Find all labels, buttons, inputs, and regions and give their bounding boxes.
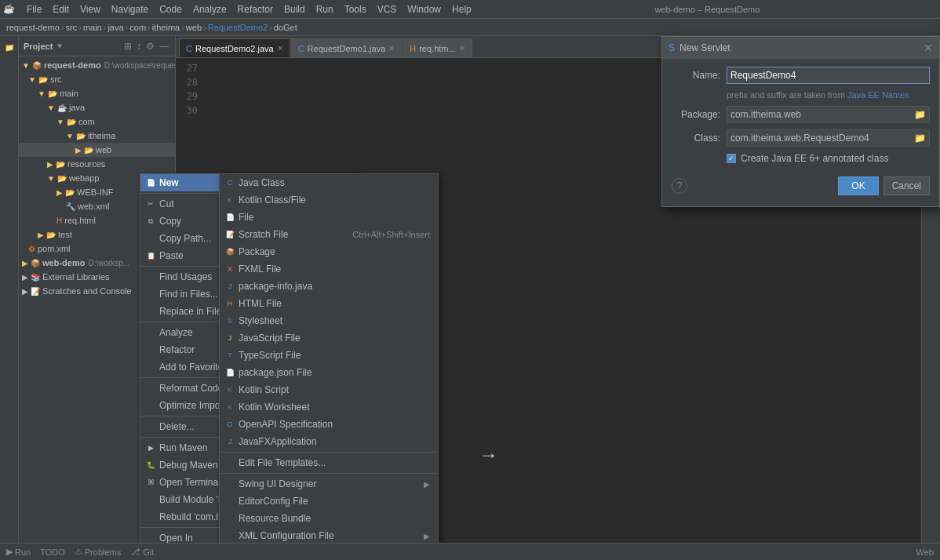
new-java-class[interactable]: C Java Class	[220, 174, 438, 191]
new-resourcebundle[interactable]: Resource Bundle	[220, 510, 438, 527]
tree-main[interactable]: ▼ 📂 main	[19, 86, 175, 100]
dialog-name-input[interactable]	[727, 67, 930, 84]
new-kotlin-worksheet[interactable]: K Kotlin Worksheet	[220, 398, 438, 416]
project-icon: 📦	[32, 61, 42, 70]
bc-2[interactable]: src	[66, 23, 78, 32]
bc-4[interactable]: java	[107, 23, 123, 32]
menu-run[interactable]: Run	[312, 2, 338, 16]
menu-refactor[interactable]: Refactor	[233, 2, 278, 16]
bc-7[interactable]: web	[186, 23, 202, 32]
bc-6[interactable]: itheima	[152, 23, 180, 32]
package-browse-icon[interactable]: 📁	[914, 109, 926, 120]
dialog-close-button[interactable]: ✕	[924, 42, 933, 54]
panel-action-2[interactable]: ↕	[135, 40, 143, 53]
new-packageinfo[interactable]: J package-info.java	[220, 278, 438, 295]
new-html[interactable]: H HTML File	[220, 295, 438, 312]
fxml-icon: X	[224, 264, 235, 275]
tree-web[interactable]: ▶ 📂 web	[19, 143, 175, 157]
dialog-package-value[interactable]: com.itheima.web 📁	[727, 106, 930, 123]
dialog-titlebar: S New Servlet ✕	[662, 37, 939, 59]
new-scratch-file[interactable]: 📝 Scratch File Ctrl+Alt+Shift+Insert	[220, 226, 438, 243]
status-git[interactable]: ⎇ Git	[130, 547, 154, 557]
new-sep-1	[220, 452, 438, 453]
status-todo[interactable]: TODO	[40, 547, 65, 557]
tab-close-2[interactable]: ✕	[388, 44, 395, 53]
ctx-paste-icon: 📋	[145, 250, 156, 261]
openapi-icon: O	[224, 419, 235, 430]
bc-8[interactable]: RequestDemo2	[208, 23, 268, 32]
panel-action-4[interactable]: —	[158, 40, 170, 53]
kotlin-class-icon: K	[224, 195, 235, 205]
new-stylesheet[interactable]: S Stylesheet	[220, 312, 438, 329]
menu-code[interactable]: Code	[155, 2, 187, 16]
panel-action-1[interactable]: ⊞	[122, 40, 133, 53]
status-problems[interactable]: ⚠ Problems	[75, 547, 121, 557]
new-kotlin-class[interactable]: K Kotlin Class/File	[220, 191, 438, 209]
menu-tools[interactable]: Tools	[340, 2, 371, 16]
dialog-hint: prefix and suffix are taken from Java EE…	[727, 90, 930, 100]
new-ts[interactable]: T TypeScript File	[220, 347, 438, 364]
dialog-ok-button[interactable]: OK	[838, 176, 878, 195]
menu-view[interactable]: View	[75, 2, 105, 16]
tab-reqhtm[interactable]: H req.htm... ✕	[403, 38, 472, 57]
dialog-title-text: New Servlet	[679, 42, 731, 53]
menu-analyze[interactable]: Analyze	[188, 2, 231, 16]
menu-bar: ☕ File Edit View Navigate Code Analyze R…	[0, 0, 940, 19]
new-packagejson[interactable]: 📄 package.json File	[220, 364, 438, 381]
bc-5[interactable]: com	[129, 23, 146, 32]
new-editorconfig[interactable]: EditorConfig File	[220, 493, 438, 510]
bc-1[interactable]: request-demo	[6, 23, 60, 32]
bc-3[interactable]: main	[83, 23, 102, 32]
panel-action-3[interactable]: ⚙	[144, 40, 156, 53]
menu-file[interactable]: File	[22, 2, 46, 16]
new-file[interactable]: 📄 File	[220, 209, 438, 226]
tree-src[interactable]: ▼ 📂 src	[19, 72, 175, 86]
class-browse-icon[interactable]: 📁	[914, 133, 926, 144]
swingui-arrow: ▶	[424, 480, 430, 489]
menu-help[interactable]: Help	[447, 2, 476, 16]
new-swingui[interactable]: Swing UI Designer ▶	[220, 475, 438, 493]
new-xmlconfig[interactable]: XML Configuration File ▶	[220, 527, 438, 544]
menu-navigate[interactable]: Navigate	[107, 2, 153, 16]
status-bar: ▶ Run TODO ⚠ Problems ⎇ Git Web	[0, 543, 940, 560]
panel-actions: ⊞ ↕ ⚙ —	[122, 40, 170, 53]
status-run[interactable]: ▶ Run	[6, 547, 31, 557]
js-icon: J	[224, 333, 235, 344]
new-js[interactable]: J JavaScript File	[220, 329, 438, 347]
dialog-hint-link[interactable]: Java EE Names	[847, 90, 909, 100]
tree-com[interactable]: ▼ 📂 com	[19, 115, 175, 129]
menu-window[interactable]: Window	[403, 2, 446, 16]
dialog-help-button[interactable]: ?	[672, 178, 687, 194]
tab-close-1[interactable]: ✕	[277, 44, 283, 53]
sidebar-project-icon[interactable]: 📁	[2, 39, 17, 55]
menu-vcs[interactable]: VCS	[373, 2, 402, 16]
tab-close-3[interactable]: ✕	[459, 44, 465, 53]
packageinfo-icon: J	[224, 281, 235, 292]
tree-java[interactable]: ▼ ☕ java	[19, 100, 175, 115]
menu-edit[interactable]: Edit	[48, 2, 74, 16]
tab-requestdemo1[interactable]: C RequestDemo1.java ✕	[291, 38, 403, 57]
panel-title-label: Project	[24, 42, 53, 51]
new-editfiletemplates[interactable]: Edit File Templates...	[220, 454, 438, 471]
dialog-checkbox[interactable]: ✓	[727, 154, 736, 163]
new-openapi[interactable]: O OpenAPI Specification	[220, 416, 438, 433]
tab-requestdemo2[interactable]: C RequestDemo2.java ✕	[179, 38, 290, 57]
javafx-icon: J	[224, 436, 235, 447]
menu-build[interactable]: Build	[279, 2, 310, 16]
new-kotlin-script[interactable]: K Kotlin Script	[220, 381, 438, 398]
tree-root-project[interactable]: ▼ 📦 request-demo D:\workspace\request-de…	[19, 58, 175, 72]
dialog-icon: S	[669, 42, 675, 53]
bc-9[interactable]: doGet	[274, 23, 297, 32]
new-fxml[interactable]: X FXML File	[220, 260, 438, 278]
new-package[interactable]: 📦 Package	[220, 243, 438, 260]
status-web[interactable]: Web	[916, 547, 934, 557]
ctx-terminal-icon: ⌘	[145, 477, 156, 488]
ctx-new-icon: 📄	[145, 177, 156, 188]
tree-resources[interactable]: ▶ 📂 resources	[19, 157, 175, 171]
new-javafx[interactable]: J JavaFXApplication	[220, 433, 438, 450]
tree-itheima[interactable]: ▼ 📂 itheima	[19, 129, 175, 143]
html-icon: H	[224, 298, 235, 309]
dialog-name-label: Name:	[672, 70, 727, 81]
panel-dropdown-icon[interactable]: ▼	[56, 42, 64, 50]
dialog-cancel-button[interactable]: Cancel	[884, 176, 930, 195]
